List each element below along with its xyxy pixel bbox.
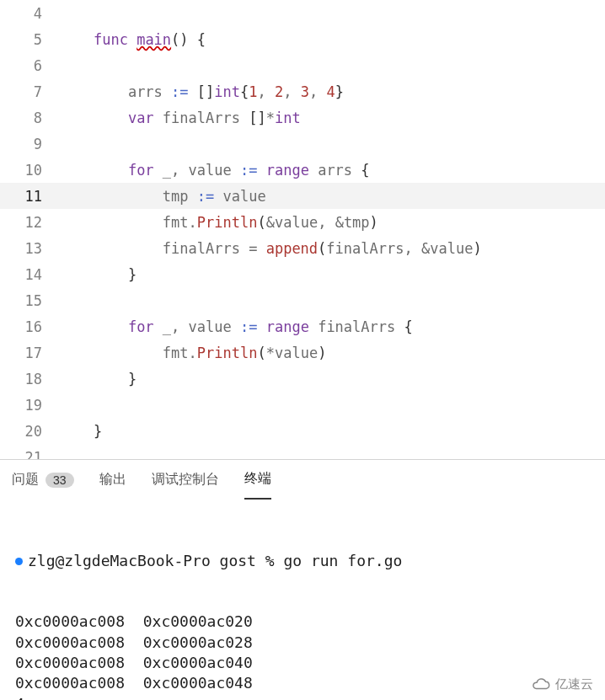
cloud-icon [532,675,550,693]
line-number: 4 [0,5,59,22]
terminal-output-line: 0xc0000ac008 0xc0000ac028 [15,633,590,653]
code-content: for _, value := range arrs { [59,162,605,179]
problems-count-badge: 33 [46,473,74,488]
line-number: 17 [0,345,59,361]
terminal-output-line: 0xc0000ac008 0xc0000ac020 [15,612,590,632]
line-number: 14 [0,266,59,283]
code-line[interactable]: 8 var finalArrs []*int [0,104,605,131]
line-number: 21 [0,449,59,460]
code-line[interactable]: 16 for _, value := range finalArrs { [0,313,605,339]
code-line[interactable]: 4 [0,0,605,26]
tab-terminal-label: 终端 [244,470,271,488]
line-number: 15 [0,292,59,309]
code-line[interactable]: 17 fmt.Println(*value) [0,339,605,366]
code-content: } [59,371,605,387]
code-content: for _, value := range finalArrs { [59,318,605,335]
code-line[interactable]: 14 } [0,261,605,287]
line-number: 12 [0,214,59,231]
code-content: func main() { [59,31,605,48]
line-number: 19 [0,397,59,414]
code-content: tmp := value [59,188,605,205]
code-content: fmt.Println(*value) [59,345,605,361]
code-line[interactable]: 6 [0,52,605,78]
code-line[interactable]: 20 } [0,418,605,444]
terminal-output-line: 0xc0000ac008 0xc0000ac048 [15,673,590,693]
code-line[interactable]: 21 [0,444,605,459]
line-number: 18 [0,371,59,387]
terminal-prompt: zlg@zlgdeMacBook-Pro gost % go run for.g… [28,552,402,569]
watermark-text: 亿速云 [555,676,593,692]
tab-problems[interactable]: 问题 33 [12,460,74,500]
tab-terminal[interactable]: 终端 [244,460,271,500]
tab-output-label: 输出 [99,471,126,489]
tab-debug-console[interactable]: 调试控制台 [152,460,219,500]
code-line[interactable]: 13 finalArrs = append(finalArrs, &value) [0,235,605,261]
line-number: 7 [0,83,59,100]
prompt-indicator-icon [15,558,23,565]
terminal-prompt-line: zlg@zlgdeMacBook-Pro gost % go run for.g… [15,551,590,571]
line-number: 6 [0,57,59,74]
watermark: 亿速云 [532,675,593,693]
terminal-panel[interactable]: zlg@zlgdeMacBook-Pro gost % go run for.g… [0,500,605,700]
tab-problems-label: 问题 [12,471,39,489]
code-line[interactable]: 5 func main() { [0,26,605,52]
code-content: } [59,423,605,440]
code-content: } [59,266,605,283]
tab-debug-console-label: 调试控制台 [152,471,219,489]
code-line[interactable]: 19 [0,392,605,418]
code-content: fmt.Println(&value, &tmp) [59,214,605,231]
line-number: 9 [0,136,59,152]
line-number: 11 [0,188,59,205]
panel-tabs: 问题 33 输出 调试控制台 终端 [0,459,605,500]
code-line[interactable]: 7 arrs := []int{1, 2, 3, 4} [0,78,605,104]
line-number: 13 [0,240,59,257]
code-line[interactable]: 18 } [0,366,605,392]
line-number: 8 [0,110,59,126]
code-line[interactable]: 12 fmt.Println(&value, &tmp) [0,209,605,235]
code-editor[interactable]: 45 func main() {67 arrs := []int{1, 2, 3… [0,0,605,459]
code-line[interactable]: 15 [0,287,605,313]
terminal-output-line: 0xc0000ac008 0xc0000ac040 [15,653,590,673]
tab-output[interactable]: 输出 [99,460,126,500]
line-number: 20 [0,423,59,440]
code-content: finalArrs = append(finalArrs, &value) [59,240,605,257]
line-number: 10 [0,162,59,179]
code-content: var finalArrs []*int [59,110,605,126]
line-number: 16 [0,318,59,335]
terminal-output-line: 4 [15,694,590,700]
code-content: arrs := []int{1, 2, 3, 4} [59,83,605,100]
code-line[interactable]: 11 tmp := value [0,183,605,209]
code-line[interactable]: 9 [0,131,605,157]
line-number: 5 [0,31,59,48]
code-line[interactable]: 10 for _, value := range arrs { [0,157,605,183]
